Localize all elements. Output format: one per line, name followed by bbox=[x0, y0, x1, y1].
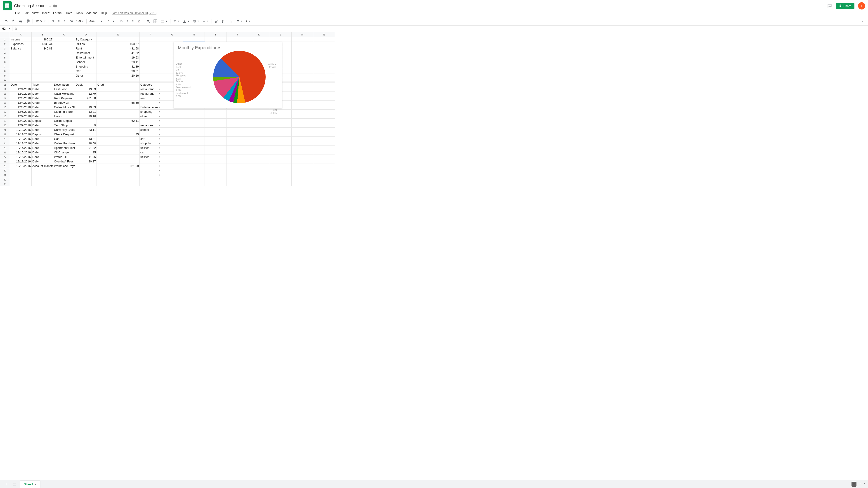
cell[interactable] bbox=[183, 114, 205, 119]
cell[interactable] bbox=[270, 164, 291, 168]
valign-dropdown[interactable]: ▼ bbox=[182, 19, 191, 24]
cell[interactable] bbox=[313, 69, 335, 73]
percent-button[interactable]: % bbox=[56, 19, 61, 24]
cell[interactable] bbox=[140, 60, 161, 64]
cell[interactable] bbox=[313, 123, 335, 128]
cell[interactable] bbox=[291, 83, 313, 87]
cell[interactable]: Rent bbox=[75, 46, 97, 51]
cell[interactable] bbox=[75, 168, 97, 173]
cell[interactable]: 9 bbox=[75, 123, 97, 128]
cell[interactable]: Category bbox=[140, 83, 161, 87]
fontsize-dropdown[interactable]: 10▼ bbox=[107, 19, 116, 23]
cell[interactable] bbox=[291, 182, 313, 186]
currency-button[interactable]: $ bbox=[50, 19, 56, 24]
cell[interactable] bbox=[97, 37, 140, 42]
cell[interactable] bbox=[291, 173, 313, 177]
cell[interactable] bbox=[291, 132, 313, 137]
cell[interactable]: Casa Mexicana bbox=[53, 92, 75, 96]
wrap-dropdown[interactable]: ▼ bbox=[191, 19, 200, 24]
cell[interactable] bbox=[183, 159, 205, 164]
cell[interactable]: Apartment Electr bbox=[53, 146, 75, 150]
cell[interactable] bbox=[270, 123, 291, 128]
cell[interactable] bbox=[10, 168, 32, 173]
cell[interactable] bbox=[313, 78, 335, 83]
cell[interactable] bbox=[270, 173, 291, 177]
menu-format[interactable]: Format bbox=[52, 10, 64, 15]
move-folder-icon[interactable] bbox=[53, 4, 57, 7]
cell[interactable] bbox=[10, 69, 32, 73]
cell[interactable] bbox=[291, 141, 313, 146]
cell[interactable] bbox=[75, 182, 97, 186]
cell[interactable] bbox=[97, 92, 140, 96]
cell[interactable] bbox=[140, 46, 161, 51]
row-header[interactable]: 7 bbox=[0, 64, 10, 69]
cell[interactable]: Type bbox=[32, 83, 53, 87]
cell[interactable] bbox=[97, 159, 140, 164]
cell[interactable] bbox=[183, 137, 205, 141]
cell[interactable] bbox=[291, 123, 313, 128]
row-header[interactable]: 1 bbox=[0, 37, 10, 42]
cell[interactable] bbox=[53, 51, 75, 55]
cell[interactable] bbox=[10, 78, 32, 83]
cell[interactable] bbox=[313, 182, 335, 186]
cell[interactable] bbox=[205, 150, 226, 155]
cell[interactable] bbox=[205, 141, 226, 146]
row-header[interactable]: 30 bbox=[0, 168, 10, 173]
cell[interactable] bbox=[313, 46, 335, 51]
cell[interactable] bbox=[53, 182, 75, 186]
cell[interactable] bbox=[248, 146, 270, 150]
cell[interactable]: Credit bbox=[32, 101, 53, 105]
cell[interactable]: 20.16 bbox=[97, 73, 140, 78]
row-header[interactable]: 28 bbox=[0, 159, 10, 164]
cell[interactable] bbox=[183, 164, 205, 168]
dropdown-arrow-icon[interactable]: ▼ bbox=[159, 129, 161, 131]
cell[interactable]: Expenses bbox=[10, 42, 32, 46]
cell[interactable] bbox=[97, 128, 140, 132]
col-header-C[interactable]: C bbox=[53, 32, 75, 37]
cell[interactable] bbox=[97, 150, 140, 155]
cell[interactable] bbox=[313, 177, 335, 182]
cell[interactable] bbox=[226, 150, 248, 155]
cell[interactable] bbox=[270, 119, 291, 123]
dropdown-arrow-icon[interactable]: ▼ bbox=[159, 106, 161, 108]
cell[interactable]: utilities▼ bbox=[140, 146, 161, 150]
cell[interactable] bbox=[205, 128, 226, 132]
cell[interactable] bbox=[270, 155, 291, 159]
cell[interactable]: Fast Food bbox=[53, 87, 75, 92]
cell[interactable] bbox=[205, 114, 226, 119]
halign-dropdown[interactable]: ▼ bbox=[172, 19, 181, 24]
cell[interactable]: Car bbox=[75, 69, 97, 73]
cell[interactable] bbox=[140, 42, 161, 46]
row-header[interactable]: 18 bbox=[0, 114, 10, 119]
cell[interactable]: Debit bbox=[32, 155, 53, 159]
cell[interactable] bbox=[53, 42, 75, 46]
cell[interactable] bbox=[75, 101, 97, 105]
cell[interactable] bbox=[97, 105, 140, 109]
cell[interactable] bbox=[248, 141, 270, 146]
cell[interactable] bbox=[291, 119, 313, 123]
cell[interactable] bbox=[291, 159, 313, 164]
cell[interactable] bbox=[270, 177, 291, 182]
cell[interactable] bbox=[53, 64, 75, 69]
avatar[interactable]: T bbox=[858, 2, 865, 9]
cell[interactable]: Debit bbox=[32, 87, 53, 92]
cell[interactable] bbox=[248, 114, 270, 119]
cell[interactable] bbox=[10, 64, 32, 69]
cell[interactable] bbox=[10, 51, 32, 55]
cell[interactable] bbox=[205, 155, 226, 159]
cell[interactable] bbox=[313, 137, 335, 141]
link-button[interactable] bbox=[213, 18, 220, 24]
cell[interactable]: 12/11/2016 bbox=[10, 132, 32, 137]
cell[interactable] bbox=[183, 109, 205, 114]
cell[interactable] bbox=[291, 46, 313, 51]
cell[interactable] bbox=[248, 177, 270, 182]
cell[interactable] bbox=[313, 83, 335, 87]
cell[interactable] bbox=[53, 37, 75, 42]
cell[interactable] bbox=[75, 177, 97, 182]
dropdown-arrow-icon[interactable]: ▼ bbox=[159, 169, 161, 172]
cell[interactable] bbox=[270, 114, 291, 119]
row-header[interactable]: 26 bbox=[0, 150, 10, 155]
cell[interactable] bbox=[183, 132, 205, 137]
cell[interactable] bbox=[183, 177, 205, 182]
row-header[interactable]: 23 bbox=[0, 137, 10, 141]
